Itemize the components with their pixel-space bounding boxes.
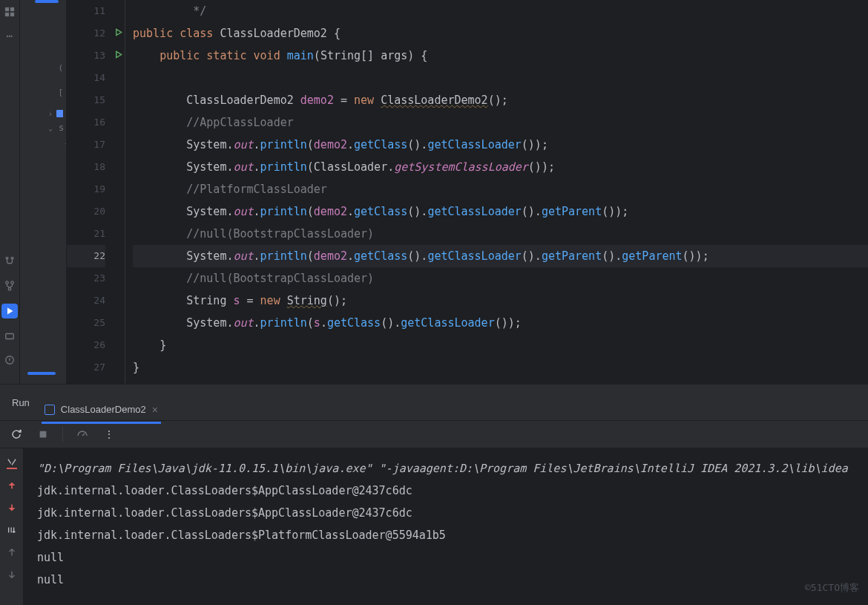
svg-rect-15: [11, 505, 13, 508]
svg-point-6: [6, 281, 9, 284]
run-tab[interactable]: ClassLoaderDemo2 ×: [42, 398, 161, 424]
tree-item[interactable]: ›: [20, 107, 66, 120]
project-panel[interactable]: ( [ › ⌄ s ⌄ [: [20, 0, 67, 384]
svg-rect-3: [10, 13, 14, 16]
svg-point-8: [8, 288, 11, 291]
chevron-down-icon[interactable]: ⌄: [65, 138, 66, 146]
more-button[interactable]: ⋮: [102, 427, 116, 442]
chevron-right-icon[interactable]: ›: [48, 110, 53, 118]
problems-icon[interactable]: [4, 354, 16, 366]
console-output[interactable]: "D:\Program Files\Java\jdk-11.0.15.1\bin…: [24, 448, 868, 605]
run-icon[interactable]: [1, 304, 18, 318]
gauge-button[interactable]: [75, 427, 90, 442]
svg-rect-11: [56, 110, 63, 117]
chevron-right-icon[interactable]: ›: [65, 280, 66, 288]
more-icon[interactable]: ⋯: [4, 30, 16, 42]
filter-icon[interactable]: [7, 457, 17, 469]
soft-wrap-icon[interactable]: [6, 524, 18, 536]
scroll-down-icon[interactable]: [6, 569, 18, 581]
run-line-icon[interactable]: [111, 45, 125, 67]
svg-rect-0: [5, 7, 9, 11]
structure-icon[interactable]: [4, 6, 16, 18]
rerun-button[interactable]: [9, 427, 24, 442]
svg-rect-1: [10, 7, 14, 11]
close-icon[interactable]: ×: [152, 404, 158, 416]
svg-rect-9: [6, 334, 14, 339]
left-icon-sidebar: ⋯: [0, 0, 20, 384]
line-gutter: 111213141516171819202122232425262728: [67, 0, 111, 384]
watermark: ©51CTO博客: [805, 581, 859, 595]
tree-item[interactable]: ⌄ [: [20, 135, 66, 149]
console-area: "D:\Program Files\Java\jdk-11.0.15.1\bin…: [0, 448, 868, 605]
run-tab-name: ClassLoaderDemo2: [61, 404, 146, 415]
stop-button[interactable]: [36, 427, 50, 442]
down-arrow-icon[interactable]: [6, 502, 18, 514]
svg-rect-13: [40, 431, 47, 438]
run-panel: Run ClassLoaderDemo2 × ⋮: [0, 384, 868, 605]
scroll-up-icon[interactable]: [6, 546, 18, 558]
run-line-icon[interactable]: [111, 22, 125, 45]
svg-point-7: [11, 281, 14, 284]
services-icon[interactable]: [4, 330, 16, 342]
branches-icon[interactable]: [4, 280, 16, 292]
tree-item[interactable]: [: [20, 85, 66, 99]
tree-item[interactable]: ⌄ s: [20, 120, 66, 135]
git-icon[interactable]: [4, 256, 16, 268]
svg-rect-14: [11, 485, 13, 488]
code-editor[interactable]: 111213141516171819202122232425262728 */p…: [67, 0, 868, 384]
chevron-down-icon[interactable]: ⌄: [48, 124, 53, 132]
run-config-icon: [45, 405, 55, 415]
code-content[interactable]: */public class ClassLoaderDemo2 { public…: [125, 0, 868, 384]
run-label: Run: [12, 397, 30, 408]
console-left-toolbar: [0, 448, 24, 605]
run-tabs: Run ClassLoaderDemo2 ×: [0, 385, 868, 420]
tree-item[interactable]: (: [20, 63, 66, 75]
svg-rect-2: [5, 13, 9, 16]
run-gutter: [111, 0, 125, 384]
run-toolbar: ⋮: [0, 420, 868, 448]
tree-item[interactable]: › [: [20, 277, 66, 291]
up-arrow-icon[interactable]: [6, 480, 18, 491]
